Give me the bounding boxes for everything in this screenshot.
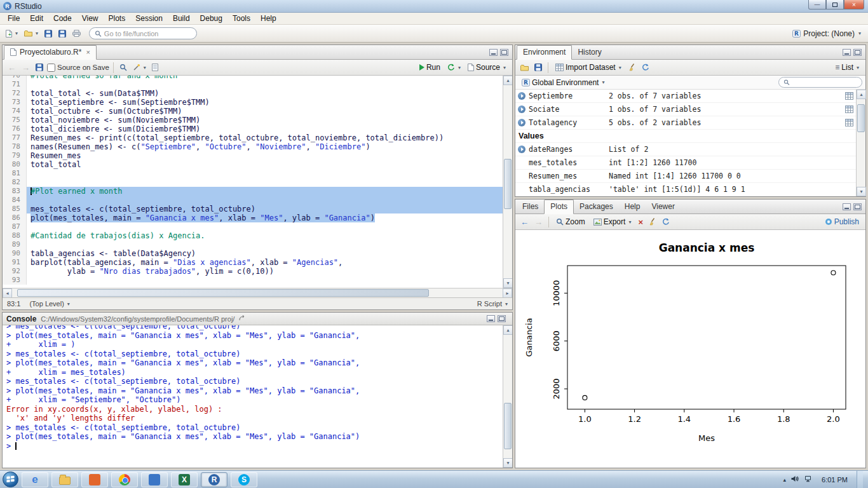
code-text[interactable]: total_septiembre <- sum(Septiembre$TMM) [27,98,503,107]
console-line[interactable]: > mes_totales <- c(total_septiembre, tot… [6,423,503,433]
console-line[interactable]: > plot(mes_totales, main = "Ganancia x m… [6,358,503,368]
menu-code[interactable]: Code [48,13,77,24]
scroll-track[interactable] [503,335,512,458]
code-text[interactable] [27,169,503,178]
scope-selector[interactable]: (Top Level) ▾ [29,300,69,308]
menu-plots[interactable]: Plots [104,13,131,24]
menu-file[interactable]: File [3,13,25,24]
load-workspace-button[interactable] [519,63,531,72]
menu-tools[interactable]: Tools [227,13,255,24]
console-line[interactable]: Error in xy.coords(x, y, xlabel, ylabel,… [6,405,503,414]
code-text[interactable]: #Cantidad de trabajos(dias) x Agencia. [27,231,503,240]
code-text[interactable] [27,276,503,285]
tab-help[interactable]: Help [619,200,646,214]
rerun-button[interactable]: ▾ [445,62,463,72]
menu-edit[interactable]: Edit [25,13,48,24]
maximize-pane-button[interactable] [500,49,508,56]
code-text[interactable]: #Plot earned x month [27,187,503,196]
console-line[interactable]: + xlim = "Septiembre", "Octubre") [6,395,503,405]
project-selector[interactable]: R Project: (None) ▾ [789,28,864,39]
scroll-down-button[interactable]: ▾ [857,187,866,196]
menu-session[interactable]: Session [130,13,168,24]
code-text[interactable] [27,240,503,249]
scroll-track[interactable] [503,85,512,278]
file-type-selector[interactable]: R Script ▾ [477,300,508,308]
import-dataset-button[interactable]: Import Dataset ▾ [552,62,625,73]
tab-files[interactable]: Files [517,200,544,214]
scroll-up-button[interactable]: ▴ [503,325,512,335]
goto-file-box[interactable] [89,27,197,39]
scroll-track[interactable] [12,288,503,297]
environment-item[interactable]: Sociate1 obs. of 7 variables [515,103,856,116]
volume-icon[interactable] [791,475,799,484]
environment-item[interactable]: Resumen_mesNamed int [1:4] 1260 11700 0 … [515,170,856,183]
show-hidden-icons-button[interactable]: ▴ [783,477,787,483]
console-line[interactable]: > plot(mes_totales, main = "Ganancia x m… [6,331,503,341]
close-tab-icon[interactable]: × [86,48,90,56]
open-file-button[interactable]: ▾ [22,29,40,38]
environment-item[interactable]: tabla_agencias'table' int [1:5(1d)] 4 6 … [515,183,856,196]
refresh-plot-button[interactable] [660,217,672,227]
taskbar-clock[interactable]: 6:01 PM [818,476,851,484]
taskbar-rstudio[interactable]: R [201,472,227,487]
source-on-save-checkbox[interactable] [47,64,55,72]
code-text[interactable]: total_noviembre <- sum(Noviembre$TMM) [27,116,503,125]
menu-debug[interactable]: Debug [195,13,227,24]
code-text[interactable]: total_total [27,160,503,169]
menu-help[interactable]: Help [255,13,281,24]
code-text[interactable]: barplot(tabla_agencias, main = "Dias x a… [27,258,503,267]
scroll-thumb[interactable] [504,159,512,209]
export-button[interactable]: Export ▾ [590,216,635,227]
environment-search-input[interactable] [792,79,857,86]
console-line[interactable]: 'x' and 'y' lengths differ [6,414,503,423]
source-script-button[interactable]: Source ▾ [465,62,509,73]
taskbar-excel[interactable]: X [171,472,198,487]
maximize-pane-button[interactable] [853,203,862,210]
scroll-right-button[interactable]: ▸ [503,288,512,298]
code-text[interactable] [27,80,503,89]
code-text[interactable]: Resumen_mes <- print(c(total_septiembre,… [27,133,503,142]
editor[interactable]: 70#Total earned so far and x month7172to… [3,76,512,288]
code-text[interactable]: names(Resumen_mes) <- c("Septiembre", "O… [27,142,503,151]
tab-plots[interactable]: Plots [544,200,574,214]
menu-build[interactable]: Build [168,13,195,24]
grid-view-icon[interactable] [845,105,853,113]
console-vertical-scrollbar[interactable]: ▴ ▾ [503,325,512,468]
code-text[interactable]: total_octubre <- sum(Octubre$TMM) [27,107,503,116]
taskbar-internet-explorer[interactable]: e [22,472,48,487]
scroll-thumb[interactable] [17,289,429,297]
taskbar-app-blue[interactable] [141,472,168,487]
code-text[interactable] [27,178,503,187]
save-all-button[interactable] [57,29,68,39]
console-line[interactable]: > plot(mes_totales, main = "Ganancia x m… [6,432,503,442]
remove-plot-button[interactable]: × [636,216,645,228]
code-text[interactable]: tabla_agencias <- table(Data$Agency) [27,249,503,258]
minimize-pane-button[interactable] [843,203,851,210]
minimize-pane-button[interactable] [843,49,851,56]
previous-plot-button[interactable]: ← [519,216,531,228]
console-line[interactable]: > mes_totales <- c(total_septiembre, tot… [6,325,503,331]
find-replace-button[interactable] [118,62,129,72]
environment-vertical-scrollbar[interactable]: ▴ ▾ [856,90,865,196]
refresh-environment-button[interactable] [640,62,651,72]
zoom-button[interactable]: Zoom [553,216,588,227]
code-text[interactable] [27,222,503,231]
network-icon[interactable] [804,475,813,484]
taskbar-windows-explorer[interactable] [51,472,78,487]
editor-vertical-scrollbar[interactable]: ▴ ▾ [503,76,512,288]
scroll-down-button[interactable]: ▾ [503,458,512,468]
source-back-button[interactable]: ← [6,62,18,74]
menu-view[interactable]: View [77,13,104,24]
clear-environment-button[interactable] [627,62,638,72]
code-text[interactable]: Resumen_mes [27,151,503,160]
scroll-thumb[interactable] [504,403,512,450]
console-line[interactable]: + xlim = ) [6,340,503,349]
console-body[interactable]: > mes_totales <- c(total_septiembre, tot… [3,325,512,468]
taskbar-app-orange[interactable] [81,472,108,487]
grid-view-icon[interactable] [845,92,853,100]
publish-button[interactable]: Publish [822,216,862,227]
print-button[interactable] [71,29,83,38]
start-button[interactable] [3,471,18,487]
save-workspace-button[interactable] [532,62,544,72]
goto-file-input[interactable] [104,30,191,37]
